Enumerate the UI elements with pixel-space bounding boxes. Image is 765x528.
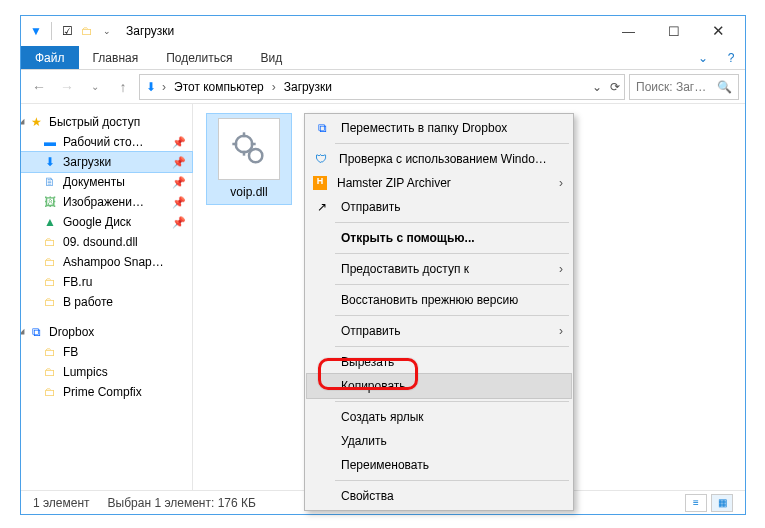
- ctx-create-shortcut[interactable]: Создать ярлык: [307, 405, 571, 429]
- help-icon[interactable]: ?: [717, 46, 745, 69]
- sidebar-item-folder[interactable]: 🗀FB.ru: [21, 272, 192, 292]
- folder-icon: 🗀: [43, 255, 57, 269]
- svg-point-1: [249, 149, 262, 162]
- ctx-properties[interactable]: Свойства: [307, 484, 571, 508]
- chevron-right-icon: ›: [559, 262, 563, 276]
- down-arrow-icon[interactable]: ▼: [29, 24, 43, 38]
- pin-icon: 📌: [172, 216, 186, 229]
- file-label: voip.dll: [228, 184, 269, 200]
- address-dropdown-icon[interactable]: ⌄: [592, 80, 602, 94]
- ctx-hamster-zip[interactable]: HHamster ZIP Archiver›: [307, 171, 571, 195]
- shield-icon: 🛡: [313, 152, 329, 166]
- folder-icon: 🗀: [43, 275, 57, 289]
- folder-icon[interactable]: 🗀: [80, 24, 94, 38]
- expand-ribbon-icon[interactable]: ⌄: [689, 46, 717, 69]
- breadcrumb[interactable]: ⬇ › Этот компьютер › Загрузки ⌄ ⟳: [139, 74, 625, 100]
- ctx-share[interactable]: ↗Отправить: [307, 195, 571, 219]
- ctx-send-to[interactable]: Отправить›: [307, 319, 571, 343]
- status-selection: Выбран 1 элемент: 176 КБ: [108, 496, 256, 510]
- maximize-button[interactable]: ☐: [651, 16, 696, 46]
- sidebar-item-desktop[interactable]: ▬Рабочий сто…📌: [21, 132, 192, 152]
- forward-button[interactable]: →: [55, 75, 79, 99]
- sidebar-item-folder[interactable]: 🗀Prime Compfix: [21, 382, 192, 402]
- sidebar-item-folder[interactable]: 🗀FB: [21, 342, 192, 362]
- dll-file-icon: [218, 118, 280, 180]
- status-count: 1 элемент: [33, 496, 90, 510]
- folder-icon: 🗀: [43, 295, 57, 309]
- minimize-button[interactable]: —: [606, 16, 651, 46]
- tab-share[interactable]: Поделиться: [152, 46, 246, 69]
- pin-icon: 📌: [172, 136, 186, 149]
- search-placeholder: Поиск: Заг…: [636, 80, 706, 94]
- download-folder-icon: ⬇: [144, 80, 158, 94]
- crumb-this-pc[interactable]: Этот компьютер: [170, 80, 268, 94]
- chevron-right-icon: ›: [559, 324, 563, 338]
- file-tab[interactable]: Файл: [21, 46, 79, 69]
- file-item-selected[interactable]: voip.dll: [207, 114, 291, 204]
- folder-icon: 🗀: [43, 365, 57, 379]
- sidebar: ★ Быстрый доступ ▬Рабочий сто…📌 ⬇Загрузк…: [21, 104, 193, 490]
- details-view-button[interactable]: ≡: [685, 494, 707, 512]
- ctx-cut[interactable]: Вырезать: [307, 350, 571, 374]
- sidebar-item-pictures[interactable]: 🖼Изображени…📌: [21, 192, 192, 212]
- ctx-copy[interactable]: Копировать: [307, 374, 571, 398]
- dropbox-icon: ⧉: [313, 121, 331, 135]
- up-button[interactable]: ↑: [111, 75, 135, 99]
- ctx-open-with[interactable]: Открыть с помощью...: [307, 226, 571, 250]
- svg-point-0: [236, 136, 253, 153]
- ctx-rename[interactable]: Переименовать: [307, 453, 571, 477]
- sidebar-item-folder[interactable]: 🗀Ashampoo Snap…: [21, 252, 192, 272]
- ctx-defender-scan[interactable]: 🛡Проверка с использованием Windows Defen…: [307, 147, 571, 171]
- chevron-right-icon: ›: [559, 176, 563, 190]
- back-button[interactable]: ←: [27, 75, 51, 99]
- pictures-icon: 🖼: [43, 195, 57, 209]
- qat-dropdown-icon[interactable]: ⌄: [100, 24, 114, 38]
- star-icon: ★: [29, 115, 43, 129]
- sidebar-item-gdrive[interactable]: ▲Google Диск📌: [21, 212, 192, 232]
- pin-icon: 📌: [172, 156, 186, 169]
- sidebar-item-documents[interactable]: 🗎Документы📌: [21, 172, 192, 192]
- ribbon-tabs: Файл Главная Поделиться Вид ⌄ ?: [21, 46, 745, 70]
- download-icon: ⬇: [43, 155, 57, 169]
- folder-icon: 🗀: [43, 235, 57, 249]
- sidebar-dropbox[interactable]: ⧉ Dropbox: [21, 322, 192, 342]
- sidebar-item-folder[interactable]: 🗀В работе: [21, 292, 192, 312]
- address-bar: ← → ⌄ ↑ ⬇ › Этот компьютер › Загрузки ⌄ …: [21, 70, 745, 104]
- recent-dropdown[interactable]: ⌄: [83, 75, 107, 99]
- window-title: Загрузки: [126, 24, 174, 38]
- sidebar-item-folder[interactable]: 🗀Lumpics: [21, 362, 192, 382]
- context-menu: ⧉Переместить в папку Dropbox 🛡Проверка с…: [304, 113, 574, 511]
- tab-home[interactable]: Главная: [79, 46, 153, 69]
- icons-view-button[interactable]: ▦: [711, 494, 733, 512]
- dropbox-icon: ⧉: [29, 325, 43, 339]
- properties-icon[interactable]: ☑: [60, 24, 74, 38]
- folder-icon: 🗀: [43, 385, 57, 399]
- gdrive-icon: ▲: [43, 215, 57, 229]
- pin-icon: 📌: [172, 196, 186, 209]
- refresh-icon[interactable]: ⟳: [610, 80, 620, 94]
- hzip-icon: H: [313, 176, 327, 190]
- titlebar: ▼ ☑ 🗀 ⌄ Загрузки — ☐ ✕: [21, 16, 745, 46]
- search-input[interactable]: Поиск: Заг… 🔍: [629, 74, 739, 100]
- share-icon: ↗: [313, 200, 331, 214]
- tab-view[interactable]: Вид: [246, 46, 296, 69]
- desktop-icon: ▬: [43, 135, 57, 149]
- search-icon: 🔍: [717, 80, 732, 94]
- chevron-right-icon[interactable]: ›: [270, 80, 278, 94]
- close-button[interactable]: ✕: [696, 16, 741, 46]
- sidebar-label: Быстрый доступ: [49, 115, 140, 129]
- crumb-downloads[interactable]: Загрузки: [280, 80, 336, 94]
- folder-icon: 🗀: [43, 345, 57, 359]
- sidebar-item-folder[interactable]: 🗀09. dsound.dll: [21, 232, 192, 252]
- sidebar-item-downloads[interactable]: ⬇Загрузки📌: [21, 152, 192, 172]
- sidebar-quick-access[interactable]: ★ Быстрый доступ: [21, 112, 192, 132]
- pin-icon: 📌: [172, 176, 186, 189]
- ctx-move-to-dropbox[interactable]: ⧉Переместить в папку Dropbox: [307, 116, 571, 140]
- chevron-right-icon[interactable]: ›: [160, 80, 168, 94]
- ctx-delete[interactable]: Удалить: [307, 429, 571, 453]
- ctx-restore-version[interactable]: Восстановить прежнюю версию: [307, 288, 571, 312]
- document-icon: 🗎: [43, 175, 57, 189]
- ctx-grant-access[interactable]: Предоставить доступ к›: [307, 257, 571, 281]
